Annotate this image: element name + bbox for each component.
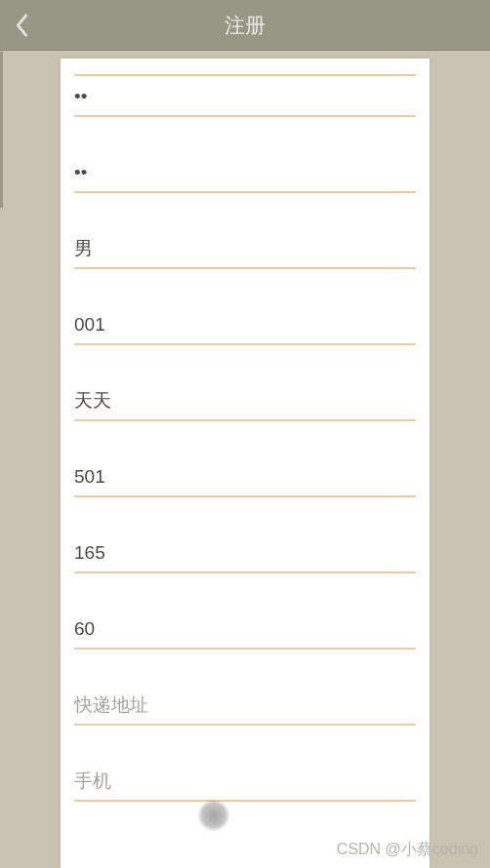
header-bar: 注册: [0, 0, 490, 51]
page-title: 注册: [225, 12, 265, 39]
field-phone: [74, 726, 416, 802]
nickname-input[interactable]: [74, 380, 416, 419]
code-input[interactable]: [74, 304, 416, 343]
field-password1: [74, 74, 416, 117]
phone-input[interactable]: [74, 761, 416, 800]
scrollbar-indicator: [0, 52, 3, 208]
height-input[interactable]: [74, 533, 416, 572]
field-code: [74, 269, 416, 345]
field-nickname: [74, 345, 416, 421]
address-input[interactable]: [74, 685, 416, 724]
field-room: [74, 421, 416, 497]
touch-indicator-icon: [197, 799, 230, 832]
watermark-text: CSDN @小蔡coding: [337, 840, 478, 860]
field-password2: [74, 117, 416, 193]
gender-input[interactable]: [74, 228, 416, 267]
room-input[interactable]: [74, 456, 416, 495]
password1-input[interactable]: [74, 76, 416, 115]
password2-input[interactable]: [74, 152, 416, 191]
form-card: [61, 59, 429, 868]
back-icon[interactable]: [14, 13, 31, 38]
field-weight: [74, 573, 416, 650]
field-gender: [74, 193, 416, 269]
field-height: [74, 497, 416, 573]
page-background: [0, 51, 490, 868]
weight-input[interactable]: [74, 609, 416, 648]
field-address: [74, 650, 416, 726]
